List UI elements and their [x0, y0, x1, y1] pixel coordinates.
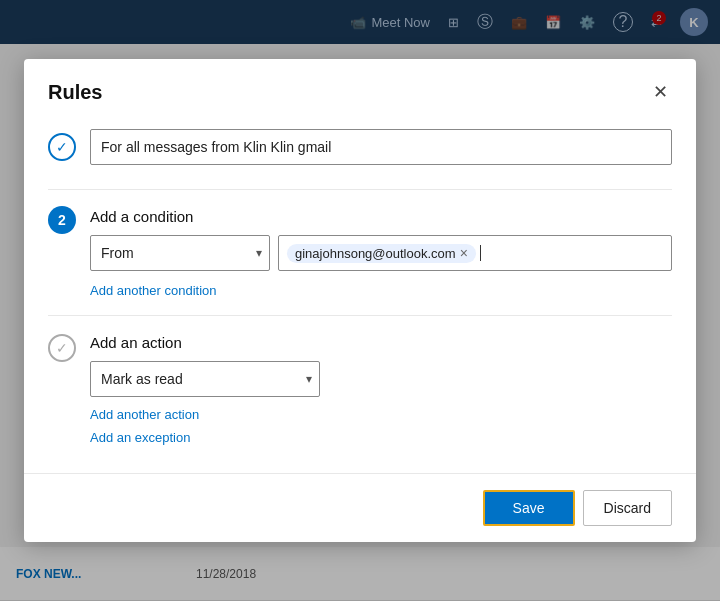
- step2-number: 2: [48, 206, 76, 234]
- dialog-title: Rules: [48, 81, 102, 104]
- text-cursor: [480, 245, 481, 261]
- dialog-footer: Save Discard: [24, 473, 696, 542]
- email-tag-value: ginajohnsong@outlook.com: [295, 246, 456, 261]
- email-tag-input[interactable]: ginajohnsong@outlook.com ×: [278, 235, 672, 271]
- action-dropdown[interactable]: Mark as read Move to folder Delete Flag: [90, 361, 320, 397]
- rule-name-input[interactable]: [90, 129, 672, 165]
- action-content: Add an action Mark as read Move to folde…: [90, 332, 672, 445]
- dialog-body: ✓ 2 Add a condition From To Subje: [24, 117, 696, 473]
- save-button[interactable]: Save: [483, 490, 575, 526]
- email-tag: ginajohnsong@outlook.com ×: [287, 244, 476, 263]
- dialog-header: Rules ✕: [24, 59, 696, 117]
- step1-check: ✓: [48, 133, 76, 161]
- condition-dropdown[interactable]: From To Subject Has attachment: [90, 235, 270, 271]
- condition-dropdown-wrapper: From To Subject Has attachment ▾: [90, 235, 270, 271]
- divider1: [48, 189, 672, 190]
- add-action-button[interactable]: Add another action: [90, 407, 199, 422]
- action-check: ✓: [48, 334, 76, 362]
- step2-section: 2 Add a condition From To Subject Has at…: [48, 206, 672, 299]
- discard-button[interactable]: Discard: [583, 490, 672, 526]
- rule-name-row: ✓: [48, 129, 672, 165]
- add-condition-button[interactable]: Add another condition: [90, 283, 216, 298]
- modal-overlay: Rules ✕ ✓ 2 Add a condition: [0, 0, 720, 601]
- step2-label: Add a condition: [90, 208, 672, 225]
- close-button[interactable]: ✕: [649, 79, 672, 105]
- rules-dialog: Rules ✕ ✓ 2 Add a condition: [24, 59, 696, 542]
- action-section: ✓ Add an action Mark as read Move to fol…: [48, 332, 672, 445]
- add-exception-button[interactable]: Add an exception: [90, 430, 190, 445]
- condition-row: From To Subject Has attachment ▾ ginajoh…: [90, 235, 672, 271]
- action-label: Add an action: [90, 334, 672, 351]
- step2-content: Add a condition From To Subject Has atta…: [90, 206, 672, 299]
- action-dropdown-wrapper: Mark as read Move to folder Delete Flag …: [90, 361, 320, 397]
- email-tag-remove[interactable]: ×: [460, 246, 468, 260]
- divider2: [48, 315, 672, 316]
